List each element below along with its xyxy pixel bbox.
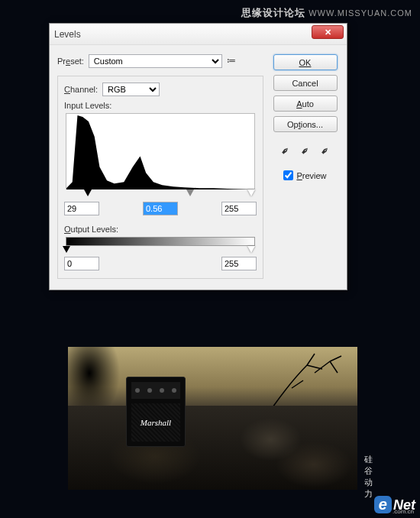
preview-label: Preview xyxy=(296,171,326,180)
preset-select[interactable]: Custom xyxy=(89,54,222,68)
output-values xyxy=(64,257,257,270)
cancel-button[interactable]: Cancel xyxy=(273,75,338,91)
input-highlight-field[interactable] xyxy=(221,202,257,215)
levels-dialog: Levels ✕ Preset: Custom ≔ Channel: RGB xyxy=(49,23,347,290)
input-slider[interactable] xyxy=(66,189,255,197)
preset-menu-icon[interactable]: ≔ xyxy=(227,55,239,67)
dialog-title: Levels xyxy=(54,29,81,40)
dialog-left: Preset: Custom ≔ Channel: RGB Input Leve… xyxy=(57,54,263,279)
watermark-en: WWW.MISSYUAN.COM xyxy=(309,8,412,18)
amplifier: Marshall xyxy=(126,377,186,447)
options-button[interactable]: Options... xyxy=(273,116,338,132)
input-levels-label: Input Levels: xyxy=(64,101,257,110)
preview-checkbox[interactable]: Preview xyxy=(283,170,326,180)
auto-button[interactable]: Auto xyxy=(273,96,338,112)
dialog-body: Preset: Custom ≔ Channel: RGB Input Leve… xyxy=(50,45,347,290)
input-shadow-field[interactable] xyxy=(64,202,99,215)
enet-cn: 硅谷动力 xyxy=(364,454,373,500)
rocks xyxy=(68,406,357,490)
branches xyxy=(269,350,353,411)
amp-grille: Marshall xyxy=(131,403,180,442)
levels-fieldset: Channel: RGB Input Levels: xyxy=(57,76,263,279)
output-hi-handle[interactable] xyxy=(247,246,255,253)
amp-panel xyxy=(131,382,180,399)
output-lo-handle[interactable] xyxy=(63,246,70,253)
enet-e-icon: e xyxy=(374,496,392,513)
preview-check-input[interactable] xyxy=(283,170,293,180)
dialog-right: OK Cancel Auto Options... ✒ ✒ ✒ Preview xyxy=(271,54,339,279)
output-gradient xyxy=(66,237,255,246)
ok-button[interactable]: OK xyxy=(273,54,338,70)
amp-knob xyxy=(172,388,176,393)
amp-knob xyxy=(135,388,140,393)
amp-brand: Marshall xyxy=(141,418,171,427)
watermark: 思缘设计论坛 WWW.MISSYUAN.COM xyxy=(241,6,412,20)
close-icon: ✕ xyxy=(325,28,331,37)
gray-point-eyedropper-icon[interactable]: ✒ xyxy=(294,140,315,161)
input-mid-field[interactable] xyxy=(143,202,178,215)
output-hi-field[interactable] xyxy=(221,257,257,270)
highlight-handle[interactable] xyxy=(247,189,255,196)
histogram-chart xyxy=(66,114,254,189)
white-point-eyedropper-icon[interactable]: ✒ xyxy=(314,140,335,161)
watermark-cn: 思缘设计论坛 xyxy=(241,7,305,18)
output-lo-field[interactable] xyxy=(64,257,99,270)
histogram xyxy=(66,113,255,189)
output-levels-label: Output Levels: xyxy=(64,225,257,234)
output-slider[interactable] xyxy=(66,246,255,254)
amp-knob xyxy=(147,388,152,393)
shadow-handle[interactable] xyxy=(84,189,92,196)
input-values xyxy=(64,202,257,215)
result-image: Marshall xyxy=(68,347,357,490)
eyedroppers: ✒ ✒ ✒ xyxy=(278,143,333,158)
black-point-eyedropper-icon[interactable]: ✒ xyxy=(274,140,296,161)
preset-label: Preset: xyxy=(57,57,84,66)
channel-label: Channel: xyxy=(64,85,98,94)
channel-row: Channel: RGB xyxy=(64,83,257,96)
close-button[interactable]: ✕ xyxy=(312,25,344,39)
enet-sub: .com.cn xyxy=(393,508,414,515)
enet-logo: 硅谷动力 e Net .com.cn xyxy=(374,496,415,513)
preset-row: Preset: Custom ≔ xyxy=(57,54,263,68)
midtone-handle[interactable] xyxy=(186,189,194,196)
titlebar[interactable]: Levels ✕ xyxy=(50,24,347,45)
amp-knob xyxy=(160,388,164,393)
channel-select[interactable]: RGB xyxy=(102,83,160,96)
figure-silhouette xyxy=(68,347,121,413)
